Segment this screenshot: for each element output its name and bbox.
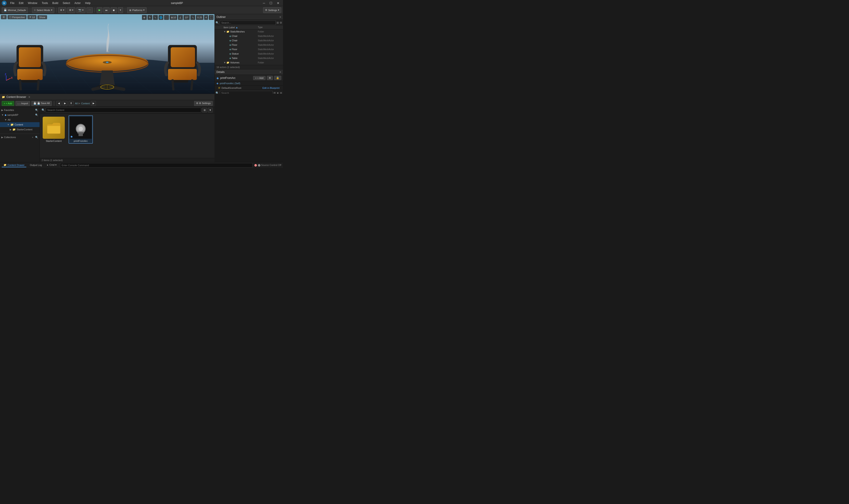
cb-import-button[interactable]: ↓ ↓ Import	[16, 101, 30, 106]
outliner-item-table[interactable]: ◈TableStaticMeshActor	[215, 56, 283, 60]
cb-collections-search[interactable]: 🔍	[35, 136, 38, 139]
details-grid-icon[interactable]: ⊞	[273, 91, 276, 94]
svg-rect-17	[19, 79, 22, 91]
save-icon: 💾	[4, 8, 7, 12]
perspective-button[interactable]: ⬡ Perspective	[7, 15, 26, 19]
settings-button[interactable]: ⚙ Settings ▾	[263, 7, 281, 13]
cb-nav-up[interactable]: ⬆	[69, 101, 74, 106]
edit-in-blueprint-button[interactable]: Edit in Blueprint	[262, 87, 280, 89]
component-layout-button[interactable]: ⊞	[267, 76, 273, 80]
folder-arrow-volumes-folder[interactable]: ▼	[224, 61, 226, 64]
cb-nav-forward[interactable]: ▶	[63, 101, 67, 106]
lit-button[interactable]: ☀ Lit	[28, 15, 36, 19]
cb-starter-content-item[interactable]: ▶ 📁 StarterContent	[0, 127, 39, 132]
details-close-button[interactable]: ×	[280, 70, 281, 74]
transform-button[interactable]: ⊕ ▾	[58, 7, 66, 13]
menu-file[interactable]: File	[8, 1, 17, 5]
scale-btn[interactable]: 0.25	[196, 15, 203, 20]
outliner-search-input[interactable]	[220, 21, 276, 25]
output-log-tab[interactable]: Output Log	[28, 163, 43, 167]
outliner-item-floor1[interactable]: ◈FloorStaticMeshActor	[215, 43, 283, 47]
select-mode-button[interactable]: ⊹ Select Mode ▾	[32, 7, 54, 13]
menu-actor[interactable]: Actor	[72, 1, 83, 5]
cb-view-toggle[interactable]: ⊞	[202, 108, 207, 112]
outliner-item-chair1[interactable]: ◈ChairStaticMeshActor	[215, 34, 283, 38]
console-input[interactable]	[60, 163, 252, 167]
cb-nav-back[interactable]: ◀	[56, 101, 61, 106]
grid-btn[interactable]: ⊞ 10	[170, 15, 177, 20]
details-header: Details ×	[215, 69, 283, 75]
snap-button[interactable]: ⊞ ▾	[67, 7, 75, 13]
menu-select[interactable]: Select	[60, 1, 72, 5]
cb-samplebp-search[interactable]: 🔍	[35, 113, 38, 116]
cb-favorites-search[interactable]: 🔍	[35, 109, 38, 112]
cb-item-startercontent[interactable]: StarterContent	[41, 115, 66, 144]
outliner-item-staticmeshes-folder[interactable]: ▼📁StaticMeshesFolder	[215, 30, 283, 34]
breadcrumb-content[interactable]: Content	[81, 102, 90, 105]
cb-breadcrumb-expand[interactable]: ▶	[91, 101, 96, 106]
cb-all-item[interactable]: ▼ All	[0, 117, 39, 122]
content-drawer-tab[interactable]: 📁 Content Drawer	[2, 163, 26, 167]
camera-button[interactable]: 📷 ▾	[76, 7, 86, 13]
lock-details-button[interactable]: 🔒	[274, 76, 281, 80]
show-button[interactable]: Show	[37, 15, 47, 19]
content-browser-close-button[interactable]: ×	[28, 95, 30, 99]
coord-icon-btn[interactable]: 🌐	[159, 15, 163, 20]
platforms-button[interactable]: 🖥 Platforms ▾	[127, 7, 146, 13]
translate-icon-btn[interactable]: ⊕	[142, 15, 147, 20]
cb-filter-btn[interactable]: ▼	[208, 108, 213, 112]
scale-icon-btn[interactable]: ⤡	[153, 15, 158, 20]
cb-add-button[interactable]: + + Add	[2, 101, 14, 106]
cb-save-all-button[interactable]: 💾 💾 Save All	[31, 101, 52, 106]
details-filter-icon[interactable]: ⊕	[280, 91, 282, 94]
camera-speed-btn[interactable]: 4	[204, 15, 208, 20]
cb-collections-add[interactable]: +	[32, 136, 33, 139]
folder-icon: 📁	[226, 61, 230, 64]
surface-icon-btn[interactable]: ⬛	[164, 15, 169, 20]
actor-self-row[interactable]: ◈ printFromArc (Self)	[215, 81, 283, 86]
outliner-settings-icon[interactable]: ⚙	[280, 21, 282, 24]
angle-btn[interactable]: 10°	[183, 15, 190, 20]
play-dropdown[interactable]: ▾	[118, 7, 123, 13]
hamburger-button[interactable]: ☰	[1, 15, 7, 19]
cb-item-printfromarc[interactable]: ★ ★ printFromArc	[69, 115, 93, 144]
more-icon: ⋯	[88, 8, 91, 12]
cmd-tab[interactable]: ▸ Cmd ▾	[45, 163, 58, 167]
details-search-input[interactable]	[220, 91, 272, 94]
cb-content-item[interactable]: ▼ 📁 Content	[0, 122, 39, 127]
outliner-item-statue[interactable]: ◈StatueStaticMeshActor	[215, 52, 283, 56]
cb-samplebp-item[interactable]: ▼ ◆ sampleBP 🔍	[0, 112, 39, 117]
more-options-button[interactable]: ⋯	[86, 7, 93, 13]
menu-edit[interactable]: Edit	[17, 1, 25, 5]
maximize-btn[interactable]: ⛶	[209, 15, 214, 20]
app-wrapper: U File Edit Window Tools Build Select Ac…	[0, 0, 283, 168]
outliner-item-chair2[interactable]: ◈ChairStaticMeshActor	[215, 38, 283, 43]
menu-help[interactable]: Help	[83, 1, 93, 5]
stop-button[interactable]: ⏹	[110, 7, 117, 13]
folder-arrow-staticmeshes-folder[interactable]: ▼	[224, 30, 226, 33]
viewport[interactable]: ☰ ⬡ Perspective ☀ Lit Show ⊕ ↻ ⤡ 🌐	[0, 14, 214, 94]
outliner-item-floor2[interactable]: ◈FloorStaticMeshActor	[215, 47, 283, 52]
minimize-button[interactable]: ─	[261, 1, 267, 5]
close-button[interactable]: ✕	[275, 1, 281, 5]
outliner-close-button[interactable]: ×	[280, 15, 281, 19]
maximize-button[interactable]: ☐	[268, 1, 274, 5]
cb-collections-item[interactable]: ▶ Collections + 🔍	[1, 135, 38, 140]
menu-window[interactable]: Window	[25, 1, 39, 5]
details-add-button[interactable]: + + Add	[253, 76, 266, 80]
rotate-icon-btn[interactable]: ↻	[147, 15, 152, 20]
breadcrumb-all[interactable]: All	[75, 102, 77, 105]
filter-icon[interactable]: ⊞	[277, 21, 279, 24]
cb-settings-button[interactable]: ⚙ ⚙ Settings	[194, 101, 213, 106]
project-settings-button[interactable]: 💾 Minimal_Default•	[2, 7, 28, 13]
play-button[interactable]: ▶	[96, 7, 102, 13]
menu-build[interactable]: Build	[50, 1, 60, 5]
step-button[interactable]: ⏭	[103, 7, 110, 13]
details-star-icon[interactable]: ★	[277, 91, 279, 94]
content-browser-sidebar: ▶ Favorites 🔍 ▼ ◆ sampleBP 🔍 ▼ All ▼ 📁	[0, 107, 40, 162]
outliner-item-volumes-folder[interactable]: ▼📁VolumesFolder	[215, 60, 283, 65]
cb-favorites-item[interactable]: ▶ Favorites 🔍	[0, 108, 39, 112]
menu-tools[interactable]: Tools	[39, 1, 50, 5]
scene-root-row[interactable]: ⊞ DefaultSceneRoot Edit in Blueprint	[215, 86, 283, 90]
cb-search-input[interactable]	[46, 108, 201, 112]
